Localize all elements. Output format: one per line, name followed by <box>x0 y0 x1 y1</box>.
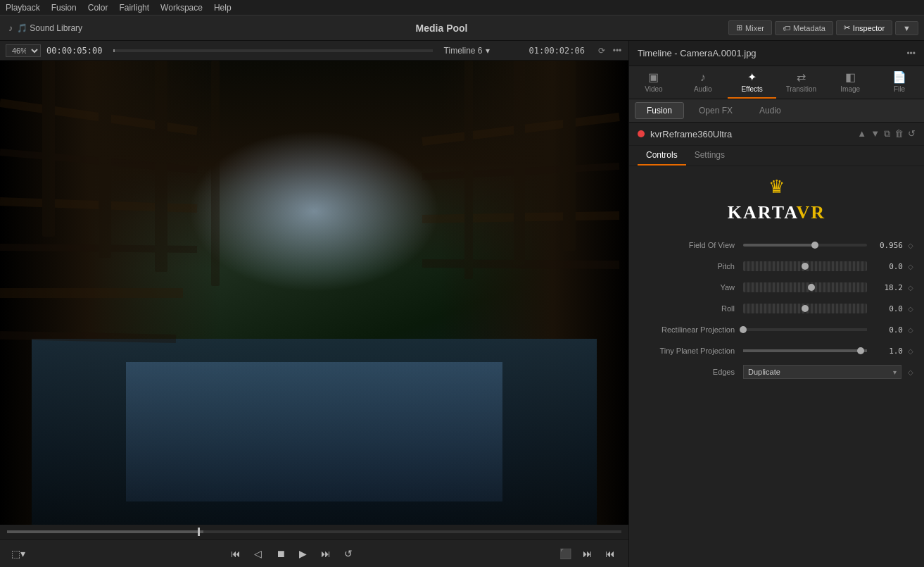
effect-delete-icon[interactable]: 🗑 <box>894 128 904 139</box>
next-frame-button[interactable]: ⏭ <box>578 544 597 563</box>
ctrl-tab-controls[interactable]: Controls <box>638 146 686 166</box>
param-roll-slider[interactable] <box>743 304 867 313</box>
tab-image[interactable]: ◧ Image <box>825 66 875 99</box>
ctrl-tabs: Controls Settings <box>629 146 924 166</box>
mixer-icon: ⊞ <box>736 23 742 32</box>
param-rectilinear-value[interactable]: 0.0 <box>867 325 906 335</box>
kartavr-logo-area: ♛ KARTAVR <box>629 166 924 232</box>
param-rectilinear-label: Rectilinear Projection <box>638 325 743 334</box>
playhead-timecode: 01:00:02:06 <box>529 46 585 56</box>
tab-effects[interactable]: ✦ Effects <box>728 66 777 99</box>
go-to-end-button[interactable]: ⏭ <box>316 544 336 563</box>
step-back-button[interactable]: ◁ <box>248 544 268 563</box>
audio-tab-label: Audio <box>694 85 712 93</box>
menu-help[interactable]: Help <box>214 3 232 13</box>
metadata-button[interactable]: 🏷 Metadata <box>775 21 833 35</box>
param-fov-slider[interactable] <box>743 240 867 250</box>
param-tiny-planet-value[interactable]: 1.0 <box>867 347 906 356</box>
view-options-button[interactable]: ⬚▾ <box>8 544 28 563</box>
param-edges-keyframe[interactable]: ◇ <box>906 367 916 377</box>
effect-enabled-dot[interactable] <box>638 130 645 137</box>
param-roll: Roll 0.0 ◇ <box>629 298 924 319</box>
menu-fairlight[interactable]: Fairlight <box>119 3 149 13</box>
inspector-button[interactable]: ✂ Inspector <box>836 20 892 35</box>
param-tiny-planet-keyframe[interactable]: ◇ <box>906 346 916 356</box>
tab-audio[interactable]: ♪ Audio <box>678 66 728 99</box>
fx-tabs: Fusion Open FX Audio <box>629 99 924 123</box>
video-tab-icon: ▣ <box>648 70 659 84</box>
tab-file[interactable]: 📄 File <box>875 66 924 99</box>
param-pitch-slider[interactable] <box>743 261 867 271</box>
param-roll-label: Roll <box>638 304 743 313</box>
play-button[interactable]: ▶ <box>293 544 313 563</box>
svg-rect-15 <box>514 61 525 265</box>
inspector-header: Timeline - CameraA.0001.jpg ••• <box>629 41 924 66</box>
param-tiny-planet-slider[interactable] <box>743 346 867 356</box>
param-rectilinear-keyframe[interactable]: ◇ <box>906 325 916 335</box>
karta-text-vr: VR <box>797 202 826 223</box>
param-rectilinear: Rectilinear Projection 0.0 ◇ <box>629 319 924 340</box>
param-pitch: Pitch 0.0 ◇ <box>629 256 924 277</box>
ctrl-tab-settings[interactable]: Settings <box>686 146 733 166</box>
effect-reset-icon[interactable]: ↺ <box>908 128 916 139</box>
menu-fusion[interactable]: Fusion <box>51 3 77 13</box>
param-pitch-value[interactable]: 0.0 <box>867 262 906 271</box>
tab-transition[interactable]: ⇄ Transition <box>776 66 825 99</box>
timeline-name-selector[interactable]: Timeline 6 ▾ <box>444 46 490 56</box>
prev-frame-button[interactable]: ⏮ <box>600 544 620 563</box>
scrubber-area[interactable] <box>0 525 628 539</box>
more-options-icon[interactable]: ••• <box>612 45 623 56</box>
fullscreen-button[interactable]: ⬛ <box>555 544 575 563</box>
scrubber-filled <box>7 530 203 533</box>
inspector-title: Timeline - CameraA.0001.jpg <box>638 48 757 58</box>
param-yaw-keyframe[interactable]: ◇ <box>906 282 916 292</box>
playback-center-controls: ⏮ ◁ ⏹ ▶ ⏭ ↺ <box>28 544 555 563</box>
param-edges: Edges Duplicate ▾ ◇ <box>629 361 924 382</box>
param-fov-keyframe[interactable]: ◇ <box>906 240 916 250</box>
main-content: 46% 50% 100% 00:00:05:00 Timeline 6 ▾ 01… <box>0 41 924 567</box>
effect-up-icon[interactable]: ▲ <box>857 128 866 139</box>
fx-tab-openfx[interactable]: Open FX <box>687 102 745 119</box>
param-rectilinear-slider[interactable] <box>743 325 867 335</box>
param-yaw-slider[interactable] <box>743 282 867 292</box>
param-yaw: Yaw 18.2 ◇ <box>629 277 924 298</box>
inspector-more-icon[interactable]: ••• <box>906 49 916 58</box>
param-roll-value[interactable]: 0.0 <box>867 304 906 313</box>
param-edges-value: Duplicate <box>748 368 780 376</box>
param-fov-value[interactable]: 0.956 <box>867 241 906 250</box>
effect-action-icons: ▲ ▼ ⧉ 🗑 ↺ <box>857 128 916 139</box>
zoom-select[interactable]: 46% 50% 100% <box>6 44 41 57</box>
tab-video[interactable]: ▣ Video <box>629 66 678 99</box>
effect-name-label: kvrReframe360Ultra <box>650 129 852 139</box>
video-tab-label: Video <box>645 85 662 93</box>
fx-tab-audio[interactable]: Audio <box>747 102 793 119</box>
menu-playback[interactable]: Playback <box>6 3 40 13</box>
menu-color[interactable]: Color <box>88 3 108 13</box>
effect-down-icon[interactable]: ▼ <box>871 128 880 139</box>
sync-icon[interactable]: ⟳ <box>596 45 607 56</box>
file-tab-label: File <box>894 85 905 93</box>
fx-tab-fusion[interactable]: Fusion <box>635 102 684 119</box>
scrubber-track[interactable] <box>7 530 621 533</box>
param-pitch-keyframe[interactable]: ◇ <box>906 261 916 271</box>
mixer-button[interactable]: ⊞ Mixer <box>728 20 772 35</box>
menu-workspace[interactable]: Workspace <box>160 3 203 13</box>
svg-rect-16 <box>563 61 576 251</box>
sound-library-button[interactable]: ♪ 🎵 Sound Library <box>0 23 155 33</box>
svg-rect-13 <box>211 61 220 286</box>
playback-right-controls: ⬛ ⏭ ⏮ <box>555 544 620 563</box>
param-yaw-value[interactable]: 18.2 <box>867 283 906 292</box>
param-edges-dropdown[interactable]: Duplicate ▾ <box>743 365 901 379</box>
loop-button[interactable]: ↺ <box>338 544 358 563</box>
timeline-bar: 46% 50% 100% 00:00:05:00 Timeline 6 ▾ 01… <box>0 41 628 61</box>
header-bar: ♪ 🎵 Sound Library Media Pool ⊞ Mixer 🏷 M… <box>0 15 924 41</box>
stop-button[interactable]: ⏹ <box>271 544 291 563</box>
panel-expand-button[interactable]: ▼ <box>895 21 918 35</box>
param-roll-keyframe[interactable]: ◇ <box>906 304 916 313</box>
video-preview <box>0 61 628 525</box>
scrubber-thumb[interactable] <box>198 528 200 536</box>
effect-copy-icon[interactable]: ⧉ <box>884 128 890 139</box>
sound-library-icon: ♪ <box>8 23 13 33</box>
go-to-start-button[interactable]: ⏮ <box>226 544 246 563</box>
timeline-dropdown-icon: ▾ <box>486 46 490 56</box>
